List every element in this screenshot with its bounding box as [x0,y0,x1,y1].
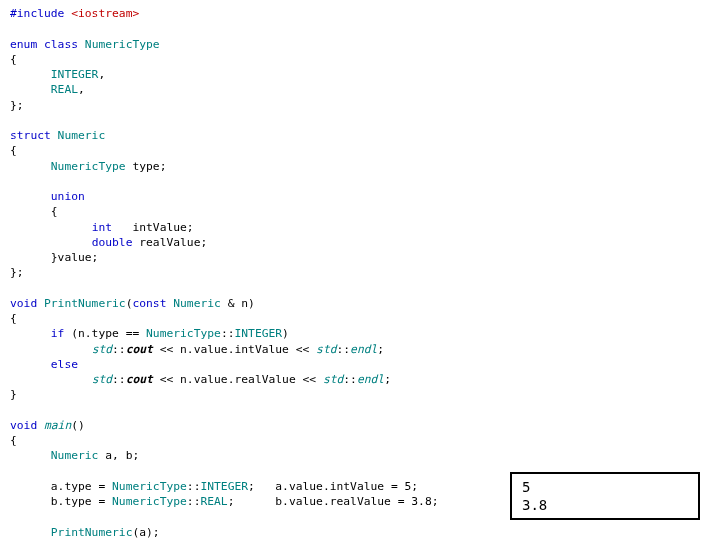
code-token: { [10,53,17,66]
code-token [10,526,51,539]
code-token [10,68,51,81]
code-token: NumericType [112,480,187,493]
code-token: ; [384,373,391,386]
code-token: int [92,221,112,234]
code-token: { [10,205,58,218]
code-token: double [92,236,140,249]
program-output-box: 5 3.8 [510,472,700,520]
output-line: 5 [522,478,688,496]
code-token: :: [112,343,126,356]
code-token: const [132,297,173,310]
code-token: Numeric [173,297,227,310]
code-token: :: [187,495,201,508]
code-token: ; b.value.realValue = 3.8; [228,495,439,508]
code-token: & n) [228,297,255,310]
code-token: std [316,343,336,356]
code-token: a.type = [10,480,112,493]
code-token: :: [343,373,357,386]
code-token: <iostream> [71,7,139,20]
code-token: PrintNumeric [44,297,126,310]
code-token: () [71,419,85,432]
code-token [10,343,92,356]
code-token: NumericType [146,327,221,340]
code-token: std [92,343,112,356]
code-token: type; [132,160,166,173]
code-token: std [323,373,343,386]
code-token: main [44,419,71,432]
code-token: ; a.value.intValue = 5; [248,480,418,493]
code-token: intValue; [112,221,194,234]
code-token: struct [10,129,58,142]
code-token: endl [357,373,384,386]
code-token: std [92,373,112,386]
code-token: NumericType [85,38,160,51]
code-token: (n.type == [71,327,146,340]
code-token [10,236,92,249]
code-token: INTEGER [234,327,282,340]
code-token: { [10,144,17,157]
code-token: } [10,388,17,401]
code-token: cout [126,373,153,386]
code-token: union [51,190,85,203]
code-token: NumericType [51,160,133,173]
code-token: :: [187,480,201,493]
code-token: void [10,419,44,432]
code-token: enum [10,38,44,51]
code-token: if [51,327,71,340]
code-token: , [98,68,105,81]
code-token [10,449,51,462]
code-token: , [78,83,85,96]
code-token: << n.value.realValue << [153,373,323,386]
code-token: class [44,38,85,51]
code-token: endl [350,343,377,356]
code-token: Numeric [58,129,106,142]
code-token: b.type = [10,495,112,508]
code-token [10,83,51,96]
code-token: (a); [132,526,159,539]
code-token: :: [112,373,126,386]
code-token: :: [337,343,351,356]
code-token: else [51,358,78,371]
code-token: Numeric [51,449,105,462]
code-token: INTEGER [200,480,248,493]
output-line: 3.8 [522,496,688,514]
code-token: }; [10,99,24,112]
code-token [10,373,92,386]
code-token: ) [282,327,289,340]
code-token: cout [126,343,153,356]
code-token [10,327,51,340]
code-token: REAL [51,83,78,96]
code-token: }; [10,266,24,279]
code-token: NumericType [112,495,187,508]
code-token [10,358,51,371]
code-listing: #include <iostream> enum class NumericTy… [10,6,710,540]
code-token: ; [377,343,384,356]
code-token: { [10,312,17,325]
code-token: PrintNumeric [51,526,133,539]
code-token: a, b; [105,449,139,462]
code-token [10,221,92,234]
code-token: REAL [200,495,227,508]
code-token: void [10,297,44,310]
code-token: }value; [10,251,98,264]
code-token: { [10,434,17,447]
code-token: #include [10,7,71,20]
code-token [10,190,51,203]
code-token: :: [221,327,235,340]
code-token [10,160,51,173]
code-token: << n.value.intValue << [153,343,316,356]
code-token: INTEGER [51,68,99,81]
code-token: realValue; [139,236,207,249]
